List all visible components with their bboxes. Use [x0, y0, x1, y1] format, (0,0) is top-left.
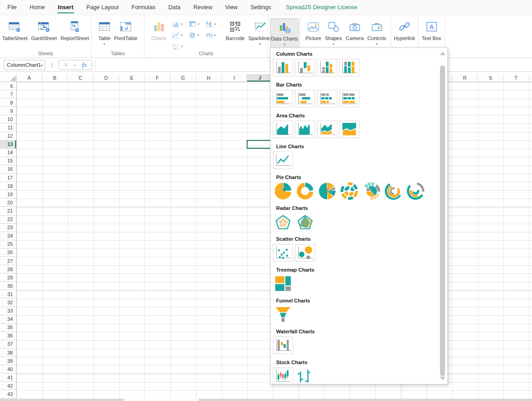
- row-header-13[interactable]: 13: [0, 140, 17, 149]
- row-header-9[interactable]: 9: [0, 107, 17, 115]
- chart-item-pie-icon[interactable]: [273, 182, 293, 200]
- dropdown-scrollbar[interactable]: [439, 50, 446, 382]
- chart-item-doughnut-icon[interactable]: [295, 182, 315, 200]
- row-header-28[interactable]: 28: [0, 265, 17, 273]
- chart-item-rose-icon[interactable]: [339, 182, 359, 200]
- controls-button[interactable]: Controls ▾: [366, 18, 387, 47]
- row-header-21[interactable]: 21: [0, 207, 17, 215]
- insert-function-icon[interactable]: fx: [82, 61, 87, 69]
- chart-item-bar-clustered-icon[interactable]: [273, 90, 293, 107]
- row-header-11[interactable]: 11: [0, 123, 17, 132]
- chart-item-column-stacked-icon[interactable]: [317, 59, 337, 76]
- column-header-S[interactable]: S: [478, 74, 503, 82]
- camera-button[interactable]: Camera: [344, 18, 365, 42]
- shapes-button[interactable]: Shapes ▾: [324, 18, 343, 47]
- chart-item-radial-bar-icon[interactable]: [405, 182, 426, 200]
- sheet-tab-bar[interactable]: [0, 399, 532, 401]
- row-header-40[interactable]: 40: [0, 365, 17, 373]
- chart-item-area-range-icon[interactable]: [295, 121, 315, 138]
- license-link[interactable]: SpreadJS Designer License: [279, 0, 364, 15]
- row-header-43[interactable]: 43: [0, 390, 17, 398]
- hyperlink-button[interactable]: Hyperlink: [393, 18, 416, 42]
- row-header-27[interactable]: 27: [0, 257, 17, 265]
- name-box[interactable]: ColumnChart1 ▾: [4, 60, 45, 70]
- column-header-C[interactable]: C: [68, 74, 93, 82]
- ganttsheet-button[interactable]: GanttSheet: [30, 18, 58, 42]
- chart-item-bar-clustered-float-icon[interactable]: [295, 90, 315, 107]
- row-header-8[interactable]: 8: [0, 99, 17, 107]
- chart-item-radar-filled-icon[interactable]: [295, 213, 315, 231]
- row-header-22[interactable]: 22: [0, 215, 17, 224]
- chart-item-column-clustered-icon[interactable]: [273, 59, 293, 76]
- row-header-17[interactable]: 17: [0, 174, 17, 182]
- chart-item-radar-icon[interactable]: [273, 213, 293, 231]
- table-button[interactable]: Table ▾: [97, 18, 111, 47]
- row-header-6[interactable]: 6: [0, 82, 17, 90]
- column-header-F[interactable]: F: [145, 74, 170, 82]
- mini-column-chart-button[interactable]: ▾: [169, 18, 185, 29]
- scrollbar-thumb[interactable]: [440, 65, 445, 376]
- row-header-37[interactable]: 37: [0, 340, 17, 349]
- menu-item-review[interactable]: Review: [187, 0, 219, 15]
- menu-item-data[interactable]: Data: [162, 0, 187, 15]
- row-header-35[interactable]: 35: [0, 324, 17, 332]
- menu-item-home[interactable]: Home: [23, 0, 51, 15]
- row-header-42[interactable]: 42: [0, 382, 17, 390]
- row-header-38[interactable]: 38: [0, 349, 17, 357]
- select-all-corner[interactable]: [0, 74, 17, 82]
- cancel-entry-icon[interactable]: ✕: [64, 62, 68, 68]
- column-header-J[interactable]: J: [247, 74, 273, 82]
- row-header-41[interactable]: 41: [0, 373, 17, 382]
- chart-item-sunburst-icon[interactable]: [361, 182, 382, 200]
- row-header-7[interactable]: 7: [0, 90, 17, 99]
- mini-pie-chart-button[interactable]: ▾: [185, 29, 202, 41]
- row-header-24[interactable]: 24: [0, 232, 17, 240]
- chart-item-waterfall-icon[interactable]: [273, 337, 293, 354]
- row-header-12[interactable]: 12: [0, 132, 17, 140]
- row-header-30[interactable]: 30: [0, 282, 17, 290]
- menu-item-insert[interactable]: Insert: [52, 0, 80, 15]
- chart-item-area-stacked-icon[interactable]: [317, 121, 337, 138]
- column-header-A[interactable]: A: [17, 74, 42, 82]
- picture-button[interactable]: Picture: [304, 18, 323, 42]
- chart-item-area-icon[interactable]: [273, 121, 293, 138]
- menu-item-formulas[interactable]: Formulas: [125, 0, 162, 15]
- column-header-I[interactable]: I: [222, 74, 248, 82]
- chart-item-ohlc-icon[interactable]: [295, 367, 315, 384]
- chart-item-scatter-icon[interactable]: [273, 244, 293, 262]
- menu-item-settings[interactable]: Settings: [244, 0, 278, 15]
- row-header-18[interactable]: 18: [0, 182, 17, 190]
- column-header-H[interactable]: H: [196, 74, 222, 82]
- pivottable-button[interactable]: PivotTable: [113, 18, 139, 42]
- mini-waterfall-chart-button[interactable]: ▾: [202, 18, 219, 29]
- mini-stock-chart-button[interactable]: ▾: [202, 29, 219, 41]
- scroll-up-icon[interactable]: [440, 52, 445, 55]
- row-header-16[interactable]: 16: [0, 165, 17, 174]
- row-header-25[interactable]: 25: [0, 240, 17, 249]
- column-header-D[interactable]: D: [93, 74, 119, 82]
- name-box-caret-icon[interactable]: ▾: [41, 64, 43, 68]
- column-header-T[interactable]: T: [503, 74, 529, 82]
- chart-item-bar-stacked-icon[interactable]: [317, 90, 337, 107]
- reportsheet-button[interactable]: ReportSheet: [59, 18, 90, 42]
- scroll-down-icon[interactable]: [440, 377, 445, 380]
- chart-item-column-clustered-float-icon[interactable]: [295, 59, 315, 76]
- confirm-entry-icon[interactable]: ✓: [73, 62, 77, 68]
- row-header-33[interactable]: 33: [0, 307, 17, 315]
- row-header-10[interactable]: 10: [0, 115, 17, 123]
- menu-item-file[interactable]: File: [1, 0, 23, 15]
- row-header-39[interactable]: 39: [0, 357, 17, 365]
- charts-button[interactable]: Charts: [150, 18, 168, 42]
- chart-item-treemap-icon[interactable]: [273, 275, 293, 292]
- chart-item-line-icon[interactable]: [273, 151, 293, 169]
- menu-item-page-layout[interactable]: Page Layout: [80, 0, 125, 15]
- row-header-15[interactable]: 15: [0, 157, 17, 165]
- column-header-B[interactable]: B: [42, 74, 68, 82]
- row-header-31[interactable]: 31: [0, 290, 17, 298]
- chart-item-pie-multi-icon[interactable]: [317, 182, 337, 200]
- chart-item-candlestick-icon[interactable]: [273, 367, 293, 384]
- chart-item-doughnut-nested-icon[interactable]: [383, 182, 404, 200]
- row-header-19[interactable]: 19: [0, 190, 17, 198]
- row-header-20[interactable]: 20: [0, 198, 17, 207]
- row-header-14[interactable]: 14: [0, 149, 17, 157]
